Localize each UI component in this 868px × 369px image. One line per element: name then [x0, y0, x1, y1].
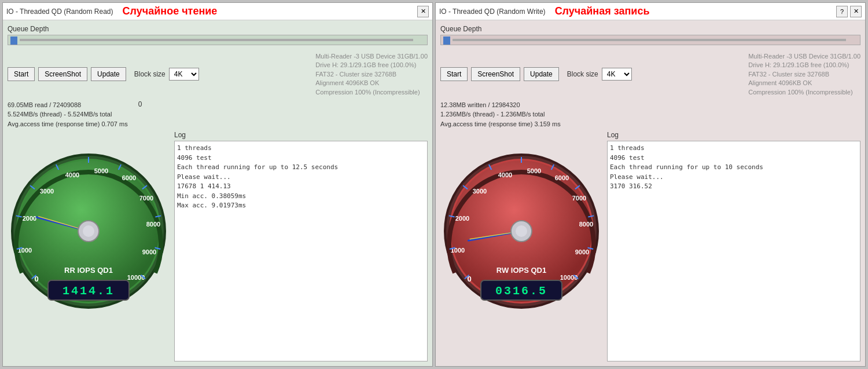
svg-point-60 [516, 225, 527, 237]
stats-line3-write: Avg.access time (response time) 3.159 ms [440, 119, 561, 129]
block-size-select-read[interactable]: 4K 8K 16K 32K [169, 68, 199, 81]
slider-fill-write [453, 39, 846, 41]
update-button-read[interactable]: Update [91, 67, 126, 81]
screenshot-button-read[interactable]: ScreenShot [38, 67, 87, 81]
slider-fill-read [20, 39, 413, 41]
svg-text:5000: 5000 [527, 167, 541, 174]
close-button-write[interactable]: ✕ [850, 6, 862, 17]
toolbar-read: Start ScreenShot Update Block size 4K 8K… [8, 52, 428, 97]
info-line5-read: Compression 100% (Incompressible) [315, 88, 428, 97]
log-section-read: Log 1 threads4096 testEach thread runnin… [174, 131, 428, 361]
svg-text:6000: 6000 [122, 174, 136, 181]
log-box-read[interactable]: 1 threads4096 testEach thread running fo… [174, 141, 428, 361]
svg-point-28 [83, 225, 94, 237]
svg-text:6000: 6000 [555, 174, 569, 181]
window-random-write: IO - Threaded QD (Random Write) Случайна… [435, 2, 866, 367]
main-area-read: 0 1000 2000 3000 4000 5000 6000 7000 [8, 131, 428, 361]
update-button-write[interactable]: Update [524, 67, 559, 81]
svg-text:RW IOPS QD1: RW IOPS QD1 [496, 266, 546, 275]
svg-text:5000: 5000 [94, 167, 108, 174]
block-size-select-write[interactable]: 4K 8K 16K 32K [602, 68, 632, 81]
gauge-svg-read: 0 1000 2000 3000 4000 5000 6000 7000 [8, 131, 170, 328]
stats-line1-read: 69.05MB read / 72409088 [8, 100, 128, 110]
log-section-write: Log 1 threads4096 testEach thread runnin… [607, 131, 860, 361]
start-button-write[interactable]: Start [440, 67, 468, 81]
stats-zero-read: 0 [138, 100, 142, 129]
info-section-write: Multi-Reader -3 USB Device 31GB/1.00 Dri… [748, 52, 860, 97]
queue-label-write: Queue Depth [440, 25, 860, 33]
window-content-read: Queue Depth Start ScreenShot Update Bloc… [3, 20, 432, 366]
info-line3-write: FAT32 - Cluster size 32768B [748, 70, 860, 79]
info-line4-read: Alignment 4096KB OK [315, 79, 428, 87]
title-bar-read: IO - Threaded QD (Random Read) Случайное… [3, 3, 432, 20]
info-line5-write: Compression 100% (Incompressible) [748, 88, 860, 97]
queue-label-read: Queue Depth [8, 25, 428, 33]
title-bar-controls-read: ✕ [417, 6, 429, 17]
window-content-write: Queue Depth Start ScreenShot Update Bloc… [436, 20, 865, 366]
start-button-read[interactable]: Start [8, 67, 35, 81]
svg-text:9000: 9000 [575, 249, 589, 255]
title-bar-controls-write: ? ✕ [836, 6, 862, 17]
svg-text:7000: 7000 [139, 195, 153, 202]
slider-thumb-read[interactable] [10, 36, 17, 45]
queue-slider-read[interactable] [8, 35, 428, 45]
svg-text:2000: 2000 [455, 215, 469, 222]
svg-text:8000: 8000 [146, 221, 160, 228]
window-title-write: IO - Threaded QD (Random Write) [439, 8, 546, 16]
title-bar-write: IO - Threaded QD (Random Write) Случайна… [436, 3, 865, 20]
info-line4-write: Alignment 4096KB OK [748, 79, 860, 87]
queue-section-read: Queue Depth [8, 25, 428, 45]
stats-line2-write: 1.236MB/s (thread) - 1.236MB/s total [440, 109, 561, 119]
gauge-container-read: 0 1000 2000 3000 4000 5000 6000 7000 [8, 131, 170, 328]
svg-text:8000: 8000 [579, 221, 593, 228]
svg-text:9000: 9000 [142, 249, 156, 255]
stats-row-read: 69.05MB read / 72409088 5.524MB/s (threa… [8, 100, 428, 129]
info-line3-read: FAT32 - Cluster size 32768B [315, 70, 428, 79]
window-label-read: Случайное чтение [123, 5, 218, 17]
log-label-write: Log [607, 131, 860, 139]
svg-text:10000: 10000 [127, 274, 145, 281]
info-line1-read: Multi-Reader -3 USB Device 31GB/1.00 [315, 52, 428, 61]
stats-text-read: 69.05MB read / 72409088 5.524MB/s (threa… [8, 100, 128, 129]
log-box-write[interactable]: 1 threads4096 testEach thread running fo… [607, 141, 860, 361]
svg-text:4000: 4000 [65, 171, 79, 178]
stats-line1-write: 12.38MB written / 12984320 [440, 100, 561, 110]
info-line2-write: Drive H: 29.1/29.1GB free (100.0%) [748, 61, 860, 70]
stats-line2-read: 5.524MB/s (thread) - 5.524MB/s total [8, 109, 128, 119]
window-random-read: IO - Threaded QD (Random Read) Случайное… [2, 2, 433, 367]
toolbar-write: Start ScreenShot Update Block size 4K 8K… [440, 52, 860, 97]
block-size-label-write: Block size [567, 70, 598, 78]
gauge-container-write: 0 1000 2000 3000 4000 5000 6000 7000 800… [440, 131, 602, 328]
queue-slider-write[interactable] [440, 35, 860, 45]
stats-row-write: 12.38MB written / 12984320 1.236MB/s (th… [440, 100, 860, 129]
window-label-write: Случайная запись [555, 5, 650, 17]
help-button-write[interactable]: ? [836, 6, 848, 17]
svg-text:0316.5: 0316.5 [495, 284, 547, 298]
svg-text:10000: 10000 [560, 274, 578, 281]
svg-text:3000: 3000 [473, 188, 487, 195]
info-line2-read: Drive H: 29.1/29.1GB free (100.0%) [315, 61, 428, 70]
info-line1-write: Multi-Reader -3 USB Device 31GB/1.00 [748, 52, 860, 61]
stats-text-write: 12.38MB written / 12984320 1.236MB/s (th… [440, 100, 561, 129]
svg-text:2000: 2000 [23, 215, 36, 222]
svg-text:1414.1: 1414.1 [62, 284, 115, 298]
svg-text:7000: 7000 [572, 195, 586, 202]
window-title-read: IO - Threaded QD (Random Read) [6, 8, 113, 16]
slider-thumb-write[interactable] [443, 36, 450, 45]
svg-text:RR IOPS QD1: RR IOPS QD1 [64, 266, 113, 275]
screenshot-button-write[interactable]: ScreenShot [471, 67, 520, 81]
svg-text:4000: 4000 [498, 171, 512, 178]
svg-text:3000: 3000 [40, 188, 54, 195]
stats-line3-read: Avg.access time (response time) 0.707 ms [8, 119, 128, 129]
gauge-svg-write: 0 1000 2000 3000 4000 5000 6000 7000 800… [440, 131, 602, 328]
log-label-read: Log [174, 131, 428, 139]
queue-section-write: Queue Depth [440, 25, 860, 45]
block-size-label-read: Block size [134, 70, 165, 78]
close-button-read[interactable]: ✕ [417, 6, 429, 17]
info-section-read: Multi-Reader -3 USB Device 31GB/1.00 Dri… [315, 52, 428, 97]
main-area-write: 0 1000 2000 3000 4000 5000 6000 7000 800… [440, 131, 860, 361]
